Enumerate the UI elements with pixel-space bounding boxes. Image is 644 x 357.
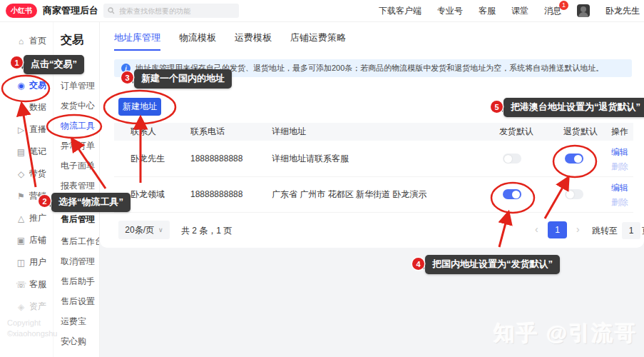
sidebar-item-trade[interactable]: ◉交易 [0,74,53,96]
table-row: 卧龙先生 18888888888 详细地址请联系客服 编辑 删除 [114,141,633,177]
shop-icon: ▣ [15,236,27,246]
step-1-callout: 点击“交易” [24,55,84,74]
tab-shop-freight-strategy[interactable]: 店铺运费策略 [290,31,346,51]
sidebar-item-data[interactable]: ◔数据 [0,96,53,119]
page-size-value: 20条/页 [125,224,154,236]
edit-link[interactable]: 编辑 [611,181,628,195]
col-return-default: 退货默认 [563,123,598,141]
data-icon: ◔ [15,103,27,113]
topbar: 小红书 商家管理后台 下载客户端 专业号 客服 课堂 消息 1 卧龙先生 [0,0,644,22]
sidebar-item-label: 客服 [29,278,46,291]
zhihu-watermark: 知乎 @引流哥 [494,319,638,348]
step-5-callout: 把港澳台地址设置为“退货默认” [504,98,644,117]
sidebar-item-promotion[interactable]: △推广 [0,207,53,229]
page-1-button[interactable]: 1 [548,221,567,238]
sidebar-item-label: 数据 [29,101,46,114]
jump-page-input[interactable] [622,222,640,239]
new-address-button[interactable]: 新建地址 [118,98,161,116]
sidebar-item-assets[interactable]: ◈资产 [0,296,53,318]
submenu-item-aftersales-settings[interactable]: 售后设置 [61,291,100,311]
message-count-badge: 1 [559,1,568,10]
contact-phone: 18888888888 [190,141,242,176]
download-client-link[interactable]: 下载客户端 [379,5,421,17]
submenu-item-abnormal-orders[interactable]: 异常订单 [61,136,95,156]
trade-icon: ◉ [15,81,27,91]
page-footer-area: 知乎 @引流哥 [100,248,644,357]
step-4-badge: 4 [412,258,424,270]
submenu-item-logistics-tools[interactable]: 物流工具 [61,116,95,136]
home-icon: ⌂ [15,36,27,46]
step-2-badge: 2 [39,195,51,207]
sidebar-item-notes[interactable]: ▤笔记 [0,141,53,163]
service-icon: ☏ [15,280,27,290]
marketing-icon: ⚑ [15,191,27,201]
submenu-title: 交易 [61,33,83,48]
professional-account-link[interactable]: 专业号 [437,5,463,17]
pagination-summary: 共 2 条，1 页 [181,225,232,237]
submenu-item-aftersales-assistant[interactable]: 售后助手 [61,271,100,291]
page-size-select[interactable]: 20条/页 ∨ [118,221,170,239]
username[interactable]: 卧龙先生 [605,5,640,17]
step-5-badge: 5 [491,101,503,113]
promotion-icon: △ [15,213,27,223]
global-search[interactable] [103,4,239,18]
address-library-card: 地址库管理 物流模板 运费模板 店铺运费策略 i 地址库管理用来保存自己的发货、… [100,21,644,248]
messages-link[interactable]: 消息 1 [544,5,561,17]
selling-icon: ◇ [15,169,27,179]
submenu-group-aftersales[interactable]: 售后管理∧ [61,209,99,229]
contact-address: 详细地址请联系客服 [272,141,349,176]
return-default-toggle[interactable] [565,189,583,199]
sidebar-item-selling[interactable]: ◇带货 [0,163,53,185]
col-phone: 联系电话 [190,123,225,141]
delete-link[interactable]: 删除 [611,159,628,174]
submenu-item-cancel-management[interactable]: 取消管理 [61,251,100,271]
users-icon: ◫ [15,258,27,268]
table-header: 联系人 联系电话 详细地址 发货默认 退货默认 操作 [114,123,633,141]
search-input[interactable] [118,6,235,16]
sidebar-item-label: 笔记 [29,146,46,158]
edit-link[interactable]: 编辑 [611,145,628,159]
tab-bar: 地址库管理 物流模板 运费模板 店铺运费策略 [114,31,346,51]
table-row: 卧龙领域 18888888888 广东省 广州市 花都区 新华街道 卧龙演示 编… [114,176,633,213]
col-actions: 操作 [611,123,628,141]
sidebar-item-label: 交易 [29,79,46,91]
customer-service-link[interactable]: 客服 [479,5,496,17]
submenu-item-service-assistant[interactable]: 服务助手 [61,351,100,357]
sidebar-item-shop[interactable]: ▣店铺 [0,229,53,251]
sidebar-item-label: 首页 [29,35,46,47]
avatar[interactable] [577,4,590,17]
return-default-toggle[interactable] [565,154,583,164]
next-page-button[interactable]: › [576,223,580,235]
ship-default-toggle[interactable] [503,154,521,164]
step-3-badge: 3 [121,71,133,84]
copyright-watermark: Copyright ©xiaohongshu [7,318,93,339]
submenu-item-shipping-center[interactable]: 发货中心 [61,96,95,116]
prev-page-button[interactable]: ‹ [535,223,538,235]
tab-freight-template[interactable]: 运费模板 [235,31,272,51]
classroom-link[interactable]: 课堂 [511,5,528,17]
sidebar-item-label: 资产 [29,301,46,313]
step-1-badge: 1 [11,56,23,69]
app-title: 商家管理后台 [43,0,98,21]
contact-name: 卧龙先生 [131,141,165,176]
sidebar-item-live[interactable]: ▷直播 [0,119,53,141]
submenu-item-aftersales-workbench[interactable]: 售后工作台 [61,231,100,251]
group-title-label: 售后管理 [61,214,95,224]
search-icon [108,7,115,14]
sidebar-item-home[interactable]: ⌂首页 [0,30,53,52]
delete-link[interactable]: 删除 [611,195,628,209]
tab-logistics-template[interactable]: 物流模板 [179,31,216,51]
sidebar-item-service[interactable]: ☏客服 [0,273,53,296]
tab-address-library[interactable]: 地址库管理 [114,31,160,51]
sidebar-item-label: 直播 [29,124,46,136]
sidebar-item-label: 带货 [29,168,46,180]
ship-default-toggle[interactable] [503,189,521,199]
sidebar-item-label: 店铺 [29,234,46,246]
submenu-item-order-management[interactable]: 订单管理 [61,76,95,96]
sidebar-item-label: 用户 [29,256,46,268]
submenu-item-e-waybill[interactable]: 电子面单 [61,156,95,176]
sidebar-item-label: 推广 [29,212,46,224]
sidebar-item-users[interactable]: ◫用户 [0,251,53,273]
col-ship-default: 发货默认 [499,123,533,141]
contact-name: 卧龙领域 [131,176,165,212]
